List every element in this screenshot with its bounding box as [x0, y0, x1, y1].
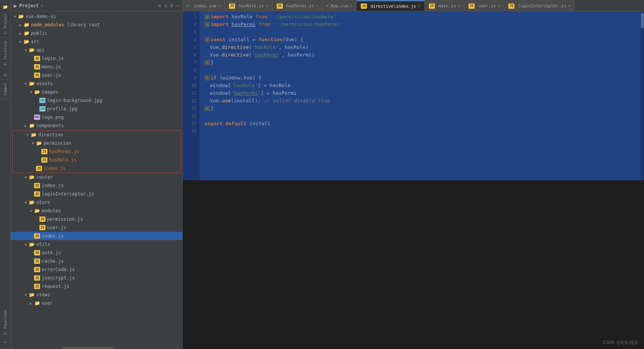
- kw-const: const: [211, 36, 225, 44]
- z-strip-section: Z:: [0, 69, 10, 80]
- project-strip-label: 1: Project: [3, 12, 7, 36]
- tree-images[interactable]: images: [11, 88, 182, 96]
- commit-strip-label: Commit: [3, 81, 7, 97]
- sort-icon[interactable]: ⇅: [164, 3, 167, 8]
- tree-errorcode-js[interactable]: JS errorCode.js: [11, 265, 182, 274]
- js-icon-login-interceptor: JS: [34, 191, 41, 197]
- fn-directive-1: directive: [222, 44, 248, 51]
- fold-icon-1[interactable]: −: [204, 14, 210, 19]
- tree-menu-js[interactable]: JS menu.js: [11, 63, 182, 71]
- path-haspermi: './permission/hasPermi': [273, 21, 342, 28]
- tree-login-js[interactable]: JS login.js: [11, 54, 182, 63]
- line-num-12: 12: [183, 97, 200, 105]
- tab-close-main-js[interactable]: ×: [458, 4, 460, 8]
- item-name-api-user-js: user.js: [42, 73, 61, 78]
- tab-hasrole-js[interactable]: JS hasRole.js ×: [225, 0, 272, 11]
- tree-auth-js[interactable]: JS auth.js: [11, 249, 182, 257]
- tree-views-user[interactable]: user: [11, 299, 182, 307]
- arrow-views-user: [28, 301, 34, 305]
- tree-router[interactable]: router: [11, 173, 182, 181]
- tree-root[interactable]: vue-demo-ui: [11, 12, 182, 21]
- tree-store-index-js[interactable]: JS index.js: [11, 232, 182, 240]
- tree-hasrole-js[interactable]: JS hasRole.js: [13, 156, 180, 164]
- tab-login-interceptor-js[interactable]: JS loginInterceptor.js ×: [504, 0, 574, 11]
- item-name-login-bg: login-background.jpg: [47, 98, 102, 103]
- tab-close-directive-index-js[interactable]: ×: [418, 4, 420, 8]
- star-icon[interactable]: ★: [0, 336, 11, 347]
- tab-close-index-vue[interactable]: ×: [218, 4, 221, 8]
- tab-directive-index-js[interactable]: JS directive\index.js ×: [357, 0, 424, 11]
- fold-icon-2[interactable]: −: [204, 22, 210, 27]
- tab-main-js[interactable]: JS main.js ×: [425, 0, 464, 11]
- tree-assets[interactable]: assets: [11, 79, 182, 88]
- item-name-modules: modules: [42, 208, 61, 213]
- gear-icon1[interactable]: ⚙: [158, 3, 161, 8]
- z-strip-label: Z:: [3, 71, 7, 78]
- tree-directive[interactable]: directive: [13, 131, 180, 139]
- header-icons: ⚙ ⇅ ⚙ —: [158, 3, 179, 8]
- code-line-1: − import hasRole from './permission/hasR…: [204, 13, 636, 21]
- line-num-6: 6: [183, 51, 200, 59]
- var-haspermi: hasPermi: [232, 21, 256, 28]
- project-strip-section: 📁 1: Project: [0, 0, 10, 38]
- tree-public[interactable]: public: [11, 29, 182, 37]
- tree-router-index-js[interactable]: JS index.js: [11, 181, 182, 190]
- project-strip-icon[interactable]: 📁: [0, 2, 11, 12]
- tab-app-vue[interactable]: ✔ App.vue ×: [322, 0, 357, 11]
- tree-api[interactable]: api: [11, 46, 182, 54]
- tree-utils[interactable]: utils: [11, 240, 182, 249]
- tree-api-user-js[interactable]: JS user.js: [11, 71, 182, 79]
- tree-login-bg[interactable]: JPG login-background.jpg: [11, 96, 182, 105]
- tree-views[interactable]: views: [11, 291, 182, 299]
- tree-profile-jpg[interactable]: JPG profile.jpg: [11, 105, 182, 113]
- folder-icon-src: [23, 39, 30, 45]
- tree-src[interactable]: src: [11, 37, 182, 46]
- tree-modules[interactable]: modules: [11, 207, 182, 215]
- fold-icon-4[interactable]: −: [204, 37, 210, 42]
- line-num-7: 7: [183, 59, 200, 66]
- minimize-icon[interactable]: —: [176, 3, 179, 8]
- str-haspermi: ': [252, 51, 255, 59]
- tree-permission-js[interactable]: JS permission.js: [11, 215, 182, 223]
- tree-cache-js[interactable]: JS cache.js: [11, 257, 182, 265]
- obj-window: window: [222, 74, 240, 82]
- tree-modules-user-js[interactable]: JS user.js: [11, 223, 182, 232]
- folder-icon-modules: [34, 208, 41, 214]
- tree-permission[interactable]: permission: [13, 139, 180, 147]
- fold-icon-9[interactable]: −: [204, 75, 210, 81]
- tree-directive-index-js[interactable]: JS index.js: [13, 164, 180, 173]
- tree-jsencrypt-js[interactable]: JS jsencrypt.js: [11, 274, 182, 282]
- structure-strip-section: Z: Structure: [0, 38, 10, 69]
- tree-login-interceptor-js[interactable]: JS loginInterceptor.js: [11, 190, 182, 198]
- watermark: CSDN @乌鱼鸡汤: [603, 339, 638, 346]
- tree-haspermi-js[interactable]: JS hasPermi.js: [13, 147, 180, 156]
- fold-icon-7[interactable]: −: [204, 60, 210, 65]
- tree-components[interactable]: components: [11, 121, 182, 130]
- tab-user-js[interactable]: JS user.js ×: [464, 0, 504, 11]
- tab-index-vue[interactable]: ✔ index.vue ×: [183, 0, 225, 11]
- fold-icon-13[interactable]: −: [204, 106, 210, 111]
- tab-close-hasrole-js[interactable]: ×: [266, 4, 268, 8]
- fn-directive-2: directive: [222, 51, 248, 59]
- tab-close-haspermi-js[interactable]: ×: [316, 4, 318, 8]
- project-header: ▶ Project ▾ ⚙ ⇅ ⚙ —: [11, 0, 182, 11]
- js-icon-cache: JS: [34, 258, 41, 264]
- tab-close-user-js[interactable]: ×: [498, 4, 500, 8]
- tab-close-login-interceptor-js[interactable]: ×: [568, 4, 570, 8]
- right-scrollbar[interactable]: [641, 11, 644, 180]
- line-num-9: 9: [183, 74, 200, 82]
- tab-haspermi-js[interactable]: JS hasPermi.js ×: [273, 0, 323, 11]
- item-name-assets: assets: [36, 81, 53, 86]
- js-icon-hasrole: JS: [41, 157, 48, 163]
- tree-store[interactable]: store: [11, 198, 182, 207]
- code-line-10: window [ 'hasRole' ] = hasRole: [204, 82, 636, 89]
- horizontal-scrollbar-thumb[interactable]: [62, 347, 114, 349]
- tree-request-js[interactable]: JS request.js: [11, 282, 182, 291]
- dropdown-arrow[interactable]: ▾: [41, 3, 43, 8]
- param-vue: Vue: [286, 36, 294, 44]
- scrollbar-thumb-right[interactable]: [641, 13, 644, 28]
- tab-close-app-vue[interactable]: ×: [350, 4, 352, 8]
- settings-icon[interactable]: ⚙: [170, 3, 173, 8]
- tree-node-modules[interactable]: node_modules library root: [11, 21, 182, 29]
- tree-logo-png[interactable]: PNG logo.png: [11, 113, 182, 121]
